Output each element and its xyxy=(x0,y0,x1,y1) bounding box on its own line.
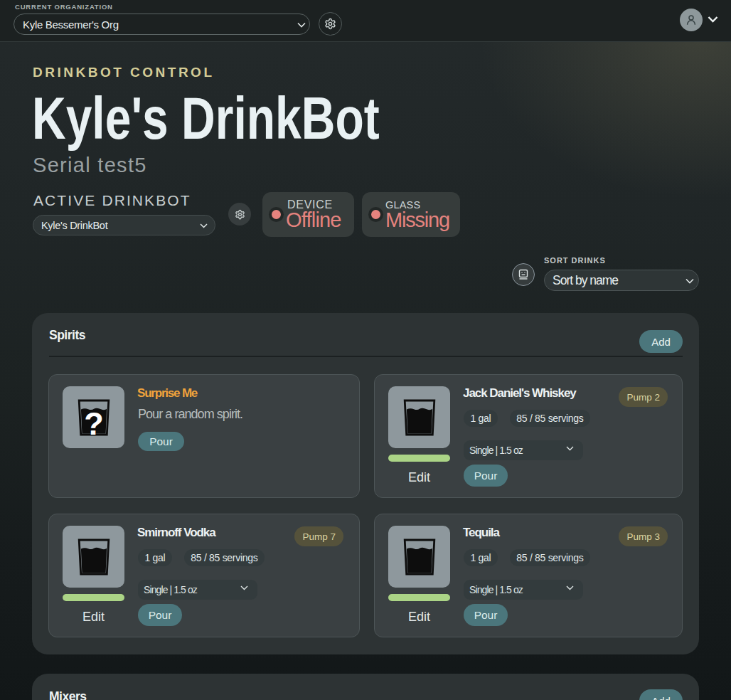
svg-text:?: ? xyxy=(84,405,104,436)
